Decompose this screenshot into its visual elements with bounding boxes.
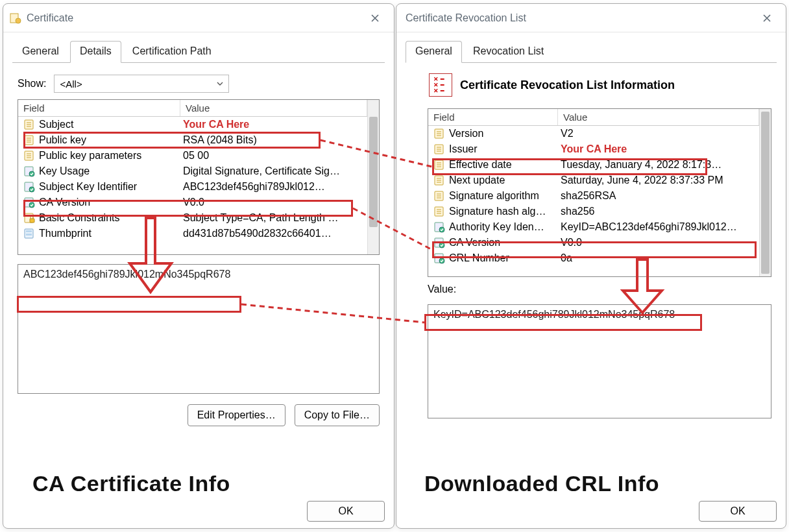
field-value: sha256 xyxy=(561,204,755,219)
tab-general[interactable]: General xyxy=(406,41,462,63)
edit-properties-button[interactable]: Edit Properties… xyxy=(188,404,285,426)
field-name: CA Version xyxy=(39,195,183,210)
field-name: Basic Constraints xyxy=(39,210,183,226)
field-value: V0.0 xyxy=(561,235,755,250)
property-icon xyxy=(22,119,36,130)
list-item[interactable]: VersionV2 xyxy=(428,126,759,141)
tab-certification-path[interactable]: Certification Path xyxy=(123,41,221,63)
list-item[interactable]: Public key parameters05 00 xyxy=(18,148,367,163)
field-value: Digital Signature, Certificate Sig… xyxy=(183,163,363,179)
list-item[interactable]: SubjectYour CA Here xyxy=(18,117,367,132)
caption-left: CA Certificate Info xyxy=(32,471,230,496)
field-value: 0a xyxy=(561,250,755,266)
field-name: Public key xyxy=(39,132,183,148)
field-value: sha256RSA xyxy=(561,188,755,204)
chevron-down-icon xyxy=(217,82,223,86)
field-value: V2 xyxy=(561,126,755,141)
field-value: 05 00 xyxy=(183,148,363,163)
list-header: Field Value xyxy=(428,109,759,126)
header-field[interactable]: Field xyxy=(428,109,558,125)
list-item[interactable]: Next updateSaturday, June 4, 2022 8:37:3… xyxy=(428,173,759,188)
field-name: Signature hash alg… xyxy=(449,204,561,219)
crl-icon: ✕ ━✕ ━✕ ━ xyxy=(429,73,452,97)
close-icon xyxy=(371,14,379,22)
list-item[interactable]: CA VersionV0.0 xyxy=(428,235,759,250)
field-name: Version xyxy=(449,126,561,141)
property-icon xyxy=(432,252,446,264)
field-name: Effective date xyxy=(449,157,561,173)
close-icon xyxy=(763,14,771,22)
list-item[interactable]: CA VersionV0.0 xyxy=(18,195,367,210)
detail-pane: KeyID=ABC123def456ghi789Jkl012mNo345pqR6… xyxy=(428,304,771,418)
list-item[interactable]: Basic ConstraintsSubject Type=CA, Path L… xyxy=(18,210,367,226)
list-item[interactable]: CRL Number0a xyxy=(428,250,759,266)
list-header: Field Value xyxy=(18,100,367,117)
svg-rect-24 xyxy=(26,234,32,236)
list-item[interactable]: Effective dateTuesday, January 4, 2022 8… xyxy=(428,157,759,173)
ok-button[interactable]: OK xyxy=(307,501,385,522)
svg-rect-23 xyxy=(26,230,32,232)
list-item[interactable]: Thumbprintdd431d87b5490d2832c66401… xyxy=(18,226,367,241)
value-label: Value: xyxy=(428,284,771,295)
certificate-icon xyxy=(10,12,21,24)
tabs: General Details Certification Path xyxy=(12,40,385,63)
field-name: Thumbprint xyxy=(39,226,183,241)
field-name: CRL Number xyxy=(449,250,561,266)
dialog-title: Certificate xyxy=(27,12,363,24)
tab-general[interactable]: General xyxy=(12,41,69,63)
property-icon xyxy=(22,212,36,224)
show-select[interactable]: <All> xyxy=(54,75,229,93)
titlebar: Certificate Revocation List xyxy=(396,4,786,32)
field-list: Field Value VersionV2IssuerYour CA HereE… xyxy=(428,108,771,277)
tab-revocation-list[interactable]: Revocation List xyxy=(463,41,553,63)
detail-value: KeyID=ABC123def456ghi789Jkl012mNo345pqR6… xyxy=(433,309,675,320)
property-icon xyxy=(22,228,36,239)
copy-to-file-button[interactable]: Copy to File… xyxy=(295,404,380,426)
tabs: General Revocation List xyxy=(406,40,777,63)
field-name: Signature algorithm xyxy=(449,188,561,204)
list-item[interactable]: Public keyRSA (2048 Bits) xyxy=(18,132,367,148)
close-button[interactable] xyxy=(363,8,387,28)
field-name: Subject xyxy=(39,117,183,132)
svg-point-1 xyxy=(16,18,21,23)
header-value[interactable]: Value xyxy=(180,100,367,116)
property-icon xyxy=(432,159,446,171)
crl-dialog: Certificate Revocation List General Revo… xyxy=(396,3,786,529)
field-name: Issuer xyxy=(449,141,561,157)
show-value: <All> xyxy=(60,79,82,90)
field-value: Your CA Here xyxy=(183,117,363,132)
svg-rect-21 xyxy=(30,219,34,223)
list-item[interactable]: Subject Key IdentifierABC123def456ghi789… xyxy=(18,179,367,195)
field-value: RSA (2048 Bits) xyxy=(183,132,363,148)
property-icon xyxy=(432,190,446,202)
header-value[interactable]: Value xyxy=(558,109,759,125)
scrollbar-thumb[interactable] xyxy=(761,112,770,274)
ok-button[interactable]: OK xyxy=(699,501,777,522)
dialog-title: Certificate Revocation List xyxy=(406,12,755,24)
field-value: V0.0 xyxy=(183,195,363,210)
list-item[interactable]: IssuerYour CA Here xyxy=(428,141,759,157)
certificate-dialog: Certificate General Details Certificatio… xyxy=(3,3,394,529)
scrollbar[interactable] xyxy=(367,100,379,254)
property-icon xyxy=(22,181,36,193)
list-item[interactable]: Signature hash alg…sha256 xyxy=(428,204,759,219)
property-icon xyxy=(432,206,446,217)
property-icon xyxy=(432,237,446,248)
field-name: Public key parameters xyxy=(39,148,183,163)
list-item[interactable]: Authority Key Iden…KeyID=ABC123def456ghi… xyxy=(428,219,759,235)
property-icon xyxy=(22,134,36,146)
tab-details[interactable]: Details xyxy=(70,41,121,63)
property-icon xyxy=(432,175,446,186)
scrollbar-thumb[interactable] xyxy=(369,117,378,227)
show-label: Show: xyxy=(18,78,46,90)
info-title: Certificate Revocation List Information xyxy=(460,79,675,92)
header-field[interactable]: Field xyxy=(18,100,180,116)
field-value: Saturday, June 4, 2022 8:37:33 PM xyxy=(561,173,755,188)
close-button[interactable] xyxy=(755,8,779,28)
list-item[interactable]: Signature algorithmsha256RSA xyxy=(428,188,759,204)
titlebar: Certificate xyxy=(3,4,394,32)
detail-pane: ABC123def456ghi789Jkl012mNo345pqR678 xyxy=(18,264,380,394)
list-item[interactable]: Key UsageDigital Signature, Certificate … xyxy=(18,163,367,179)
scrollbar[interactable] xyxy=(759,109,771,276)
field-value: Subject Type=CA, Path Length … xyxy=(183,210,363,226)
